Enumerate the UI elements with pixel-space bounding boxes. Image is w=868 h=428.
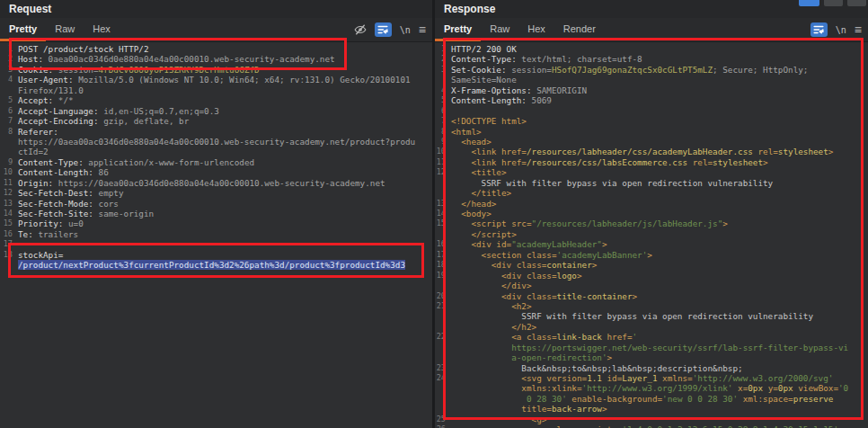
code-text: <div class=logo>	[451, 271, 582, 281]
line-number: 1	[0, 44, 13, 54]
code-line: Firefox/131.0	[0, 85, 432, 95]
line-number	[0, 260, 13, 270]
response-tab-pretty[interactable]: Pretty	[435, 18, 481, 41]
code-text: HTTP/2 200 OK	[451, 44, 517, 54]
code-line: </h2>	[435, 322, 868, 332]
line-number: 7	[0, 116, 13, 126]
code-line: 9 <head>	[435, 137, 868, 147]
code-line: 19 <div class=logo>	[435, 271, 868, 281]
line-number: 16	[435, 239, 446, 249]
soft-wrap-icon[interactable]	[375, 22, 392, 37]
line-number	[435, 311, 446, 321]
code-line: https://portswigger.net/web-security/ssr…	[435, 343, 868, 352]
code-line: SSRF with filter bypass via open redirec…	[435, 178, 868, 188]
code-line: 12Sec-Fetch-Dest: empty	[0, 188, 432, 198]
code-text: Content-Type: application/x-www-form-url…	[18, 157, 254, 167]
line-number: 16	[0, 229, 13, 239]
code-text: </h2>	[451, 322, 536, 332]
panel-button[interactable]	[824, 0, 843, 6]
request-tab-pretty[interactable]: Pretty	[0, 18, 46, 41]
code-line: 5Accept: */*	[0, 95, 432, 105]
response-tab-render[interactable]: Render	[554, 18, 605, 41]
line-number: 1	[435, 44, 446, 54]
code-text: Back&nbsp;to&nbsp;lab&nbsp;description&n…	[451, 363, 743, 373]
line-number: 23	[435, 363, 446, 373]
line-number: 4	[0, 75, 13, 85]
newline-toggle-icon[interactable]: \n	[400, 25, 411, 35]
line-number: 17	[435, 250, 446, 260]
code-text: <h2>	[451, 301, 532, 311]
code-line: 6	[435, 106, 868, 116]
code-text: </div>	[451, 281, 532, 290]
response-editor[interactable]: 1HTTP/2 200 OK2Content-Type: text/html; …	[435, 42, 868, 428]
request-editor[interactable]: 1POST /product/stock HTTP/22Host: 0aea00…	[0, 42, 432, 428]
code-text: Te: trailers	[18, 229, 78, 239]
line-number: 13	[0, 199, 13, 209]
code-line: 3Set-Cookie: session=HSofQ7Jag69gonaZtqc…	[435, 65, 868, 75]
soft-wrap-icon[interactable]	[810, 22, 828, 37]
code-line: 4User-Agent: Mozilla/5.0 (Windows NT 10.…	[0, 75, 432, 85]
code-text: title=back-arrow>	[451, 404, 607, 414]
editor-menu-icon[interactable]: ≡	[855, 22, 862, 37]
line-number	[435, 352, 446, 362]
line-number: 8	[0, 127, 13, 137]
line-number: 24	[435, 373, 446, 383]
line-number: 9	[435, 137, 446, 147]
code-line: 0 28 30' enable-background='new 0 0 28 3…	[435, 394, 868, 404]
newline-toggle-icon[interactable]: \n	[836, 25, 846, 35]
code-line: 4X-Frame-Options: SAMEORIGIN	[435, 85, 868, 95]
line-number: 11	[435, 157, 446, 167]
code-text: <div class=title-container>	[451, 291, 637, 301]
line-number: 4	[435, 85, 446, 95]
code-line: 2Host: 0aea00ac0346d0e880a04e4a00c00010.…	[0, 54, 432, 64]
request-tab-hex[interactable]: Hex	[84, 18, 120, 41]
request-tab-raw[interactable]: Raw	[46, 18, 84, 41]
code-line: </title>	[435, 188, 868, 198]
code-text: </title>	[451, 188, 511, 198]
code-line: 2Content-Type: text/html; charset=utf-8	[435, 54, 868, 64]
code-text: <!DOCTYPE html>	[451, 116, 527, 126]
line-number	[435, 322, 446, 332]
code-line: 13Sec-Fetch-Mode: cors	[0, 199, 432, 209]
code-text: Origin: https://0aea00ac0346d0e880a04e4a…	[18, 178, 385, 188]
code-line: 5Content-Length: 5069	[435, 95, 868, 105]
panel-button[interactable]	[847, 0, 866, 6]
code-text: Host: 0aea00ac0346d0e880a04e4a00c00010.w…	[18, 54, 335, 64]
code-text: 0 28 30' enable-background='new 0 0 28 3…	[451, 394, 833, 404]
line-number	[435, 229, 446, 239]
line-number: 15	[435, 218, 446, 228]
code-text: Accept-Encoding: gzip, deflate, br	[18, 116, 189, 126]
code-line: 7Accept-Encoding: gzip, deflate, br	[0, 116, 432, 126]
code-line: 7<!DOCTYPE html>	[435, 116, 868, 126]
line-number: 10	[435, 147, 446, 156]
code-text: Referer:	[18, 127, 58, 137]
response-panel: Response Pretty Raw Hex Render \n ≡ 1HTT…	[435, 0, 868, 428]
line-number	[435, 383, 446, 393]
blue-app-button[interactable]	[799, 0, 819, 6]
line-number: 22	[435, 332, 446, 342]
response-tab-raw[interactable]: Raw	[481, 18, 518, 41]
code-text: <link href=/resources/labheader/css/acad…	[451, 147, 833, 156]
code-text: <a class=link-back href='	[451, 332, 637, 342]
line-number: 13	[435, 199, 446, 209]
code-text: Sec-Fetch-Site: same-origin	[18, 209, 154, 218]
code-line: 20 <div class=title-container>	[435, 291, 868, 301]
code-text: Content-Type: text/html; charset=utf-8	[451, 54, 642, 64]
code-text: Sec-Fetch-Dest: empty	[18, 188, 124, 198]
code-line: 26 <polygon points='1.4,0 0,1.2 12.6,15 …	[435, 424, 868, 428]
code-line: SameSite=None	[435, 75, 868, 85]
line-number: 9	[0, 157, 13, 167]
code-text: Sec-Fetch-Mode: cors	[18, 199, 119, 209]
line-number: 10	[0, 167, 13, 177]
response-tab-hex[interactable]: Hex	[518, 18, 554, 41]
visibility-off-icon[interactable]	[354, 23, 367, 36]
line-number: 5	[435, 95, 446, 105]
editor-menu-icon[interactable]: ≡	[419, 22, 426, 37]
code-line: 3Cookie: session=4rDdCvO8O0yoP13ZRKY9Dcr…	[0, 65, 432, 75]
code-line: 16 <div id="academyLabHeader">	[435, 239, 868, 249]
code-text: </head>	[451, 199, 496, 209]
code-text: X-Frame-Options: SAMEORIGIN	[451, 85, 587, 95]
code-line: 18stockApi=	[0, 250, 432, 260]
line-number: 2	[435, 54, 446, 64]
line-number: 20	[435, 291, 446, 301]
